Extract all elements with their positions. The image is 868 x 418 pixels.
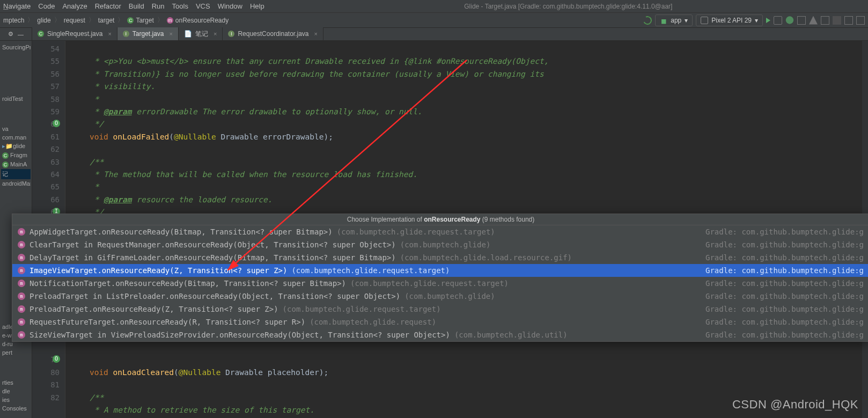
apply-changes-icon[interactable] xyxy=(774,16,782,25)
crumb[interactable]: glide xyxy=(37,17,50,24)
line-number: 59 xyxy=(34,106,60,118)
popup-item[interactable]: mRequestFutureTarget.onResourceReady(R, … xyxy=(12,316,868,328)
device-selector[interactable]: Pixel 2 API 29▾ xyxy=(696,14,763,26)
method-icon: m xyxy=(18,241,25,248)
popup-item[interactable]: mPreloadTarget.onResourceReady(Z, Transi… xyxy=(12,303,868,316)
menu-navigate[interactable]: NNavigateavigate xyxy=(3,2,31,10)
android-icon xyxy=(660,17,667,24)
tree-item[interactable]: va xyxy=(1,124,31,133)
popup-item-src: Gradle: com.github.bumptech.glide:g xyxy=(693,225,864,238)
stop-button[interactable] xyxy=(833,16,841,25)
close-icon[interactable]: × xyxy=(170,31,173,37)
breadcrumbs[interactable]: mptech〉 glide〉 request〉 target〉 CTarget〉… xyxy=(3,16,229,25)
line-number: 79O xyxy=(34,354,60,366)
crumb[interactable]: request xyxy=(64,17,85,24)
popup-item[interactable]: mSizeViewTarget in ViewPreloadSizeProvid… xyxy=(12,328,868,341)
menu-help[interactable]: Help xyxy=(250,2,264,10)
code-line: * xyxy=(71,182,99,191)
crumb[interactable]: mptech xyxy=(3,17,24,24)
tab-singlerequest[interactable]: CSingleRequest.java× xyxy=(32,27,117,40)
line-number: 82 xyxy=(34,392,60,404)
menu-tools[interactable]: Tools xyxy=(172,2,188,10)
debug-icon[interactable] xyxy=(785,16,794,25)
popup-item-pkg: (com.bumptech.glide.request) xyxy=(310,316,436,328)
popup-item[interactable]: mPreloadTarget in ListPreloader.onResour… xyxy=(12,290,868,303)
line-number: 81 xyxy=(34,379,60,391)
interface-icon: I xyxy=(228,31,234,37)
popup-item[interactable]: mClearTarget in RequestManager.onResourc… xyxy=(12,238,868,251)
popup-item-pkg: (com.bumptech.glide) xyxy=(400,238,491,251)
method-icon: m xyxy=(18,228,25,236)
crumb-class[interactable]: CTarget xyxy=(127,17,153,24)
watermark: CSDN @Android_HQK xyxy=(732,398,858,412)
run-config-selector[interactable]: app▾ xyxy=(655,14,693,26)
tree-item[interactable]: pert xyxy=(1,348,31,357)
popup-item[interactable]: mNotificationTarget.onResourceReady(Bitm… xyxy=(12,277,868,290)
menu-window[interactable]: Window xyxy=(218,2,242,10)
code-line: * <p>You <b>must</b> ensure that any cur… xyxy=(71,57,548,65)
tree-item[interactable]: dle xyxy=(1,387,31,395)
line-number: 54 xyxy=(34,43,60,55)
chevron-right-icon: 〉 xyxy=(157,16,164,25)
popup-item-sig: NotificationTarget.onResourceReady(Bitma… xyxy=(30,277,346,290)
sync-icon[interactable] xyxy=(642,14,653,26)
chevron-right-icon: 〉 xyxy=(54,16,61,25)
menu-build[interactable]: Build xyxy=(129,2,144,10)
menu-refactor[interactable]: Refactor xyxy=(95,2,121,10)
tree-item[interactable]: rties xyxy=(1,378,31,387)
close-icon[interactable]: × xyxy=(108,31,111,37)
popup-item-sig: ImageViewTarget.onResourceReady(Z, Trans… xyxy=(30,264,287,277)
tree-item[interactable]: Consoles xyxy=(1,404,31,413)
tree-item[interactable]: roidTest xyxy=(1,94,31,103)
profiler-icon[interactable] xyxy=(809,16,818,25)
menu-bar: NNavigateavigate Code Analyze Refactor B… xyxy=(0,0,868,13)
tab-requestcoordinator[interactable]: IRequestCoordinator.java× xyxy=(223,27,323,40)
gear-icon[interactable]: ⚙ xyxy=(8,31,13,38)
tree-item[interactable]: com.man xyxy=(1,133,31,142)
menu-vcs[interactable]: VCS xyxy=(196,2,210,10)
collapse-icon[interactable]: — xyxy=(18,31,24,38)
crumb[interactable]: target xyxy=(98,17,115,24)
close-icon[interactable]: × xyxy=(314,31,318,37)
line-number: 57 xyxy=(34,80,60,93)
popup-item-src: Gradle: com.github.bumptech.glide:g xyxy=(693,264,864,277)
tab-target[interactable]: ITarget.java× xyxy=(117,27,179,40)
chevron-down-icon: ▾ xyxy=(755,17,758,24)
code-line: * xyxy=(71,95,99,104)
method-icon: m xyxy=(18,254,25,261)
tree-item[interactable]: C Fragm xyxy=(1,151,31,160)
popup-item[interactable]: mImageViewTarget.onResourceReady(Z, Tran… xyxy=(12,264,868,277)
menu-analyze[interactable]: Analyze xyxy=(62,2,87,10)
coverage-icon[interactable] xyxy=(797,16,806,25)
tree-item-selected[interactable]: 记 xyxy=(1,169,31,179)
line-number: 61 xyxy=(34,131,60,143)
tree-item[interactable]: C MainA xyxy=(1,160,31,169)
window-title: Glide - Target.java [Gradle: com.github.… xyxy=(272,3,865,10)
popup-item-src: Gradle: com.github.bumptech.glide:g xyxy=(693,238,864,251)
crumb-method[interactable]: monResourceReady xyxy=(167,17,229,24)
popup-item-sig: PreloadTarget in ListPreloader.onResourc… xyxy=(30,290,400,303)
sdk-icon[interactable] xyxy=(856,16,865,25)
tree-item[interactable]: SourcingPro xyxy=(1,43,31,52)
menu-code[interactable]: Code xyxy=(38,2,55,10)
popup-item[interactable]: mAppWidgetTarget.onResourceReady(Bitmap,… xyxy=(12,225,868,238)
attach-debugger-icon[interactable] xyxy=(821,16,829,25)
code-line: void onLoadCleared(@Nullable Drawable pl… xyxy=(71,368,328,377)
tree-item[interactable]: androidMan xyxy=(1,179,31,188)
tree-item[interactable]: ies xyxy=(1,395,31,404)
close-icon[interactable]: × xyxy=(214,31,217,37)
tab-notes[interactable]: 📄笔记× xyxy=(179,27,223,40)
popup-item[interactable]: mDelayTarget in GifFrameLoader.onResourc… xyxy=(12,251,868,264)
line-number: 64 xyxy=(34,168,60,181)
avd-icon[interactable] xyxy=(844,16,853,25)
code-line: */ xyxy=(71,120,104,128)
popup-item-src: Gradle: com.github.bumptech.glide:g xyxy=(693,328,864,341)
run-button[interactable] xyxy=(766,18,770,23)
popup-list[interactable]: mAppWidgetTarget.onResourceReady(Bitmap,… xyxy=(12,225,868,341)
menu-run[interactable]: Run xyxy=(152,2,165,10)
popup-item-pkg: (com.bumptech.glide.request.target) xyxy=(337,225,495,238)
code-line: /** xyxy=(71,158,104,166)
tree-item[interactable]: ▸📁glide xyxy=(1,142,31,151)
line-number: 66 xyxy=(34,194,60,206)
code-line: * visibility. xyxy=(71,82,155,91)
